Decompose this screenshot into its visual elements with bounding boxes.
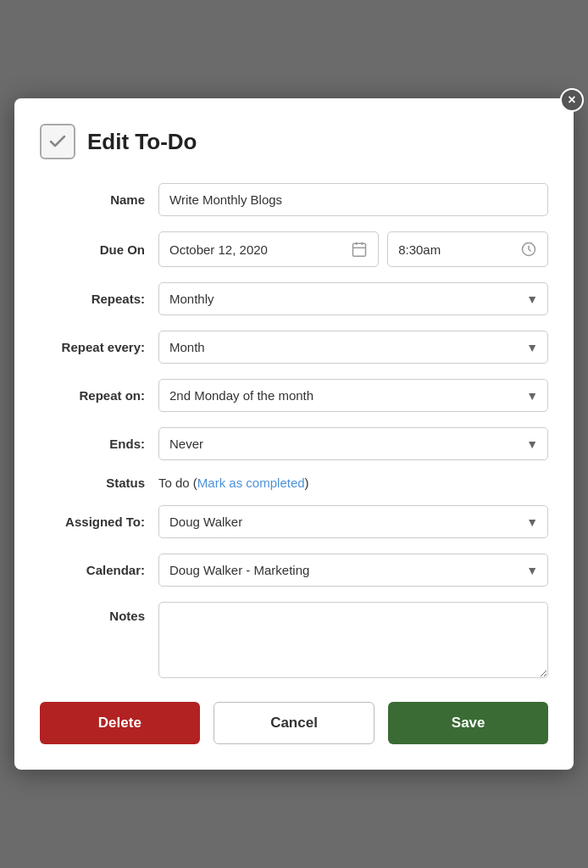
assigned-to-select[interactable]: Doug Walker xyxy=(158,505,548,538)
assigned-to-label: Assigned To: xyxy=(40,515,158,529)
clock-icon xyxy=(520,241,537,258)
save-button[interactable]: Save xyxy=(388,702,548,744)
calendar-icon xyxy=(351,241,368,258)
modal-title: Edit To-Do xyxy=(87,129,197,155)
todo-checkbox-icon xyxy=(40,124,75,159)
cancel-button[interactable]: Cancel xyxy=(214,702,375,744)
repeats-select[interactable]: Monthly Never Daily Weekly Yearly xyxy=(158,282,548,315)
ends-select-wrapper: Never After On date ▼ xyxy=(158,427,548,460)
svg-rect-0 xyxy=(353,243,366,256)
ends-row: Ends: Never After On date ▼ xyxy=(40,427,548,460)
edit-todo-modal: × Edit To-Do Name Due On October 12, 202… xyxy=(14,98,574,770)
status-text-before: To do ( xyxy=(158,476,197,490)
date-input[interactable]: October 12, 2020 xyxy=(158,231,379,267)
date-value: October 12, 2020 xyxy=(169,242,268,257)
assigned-to-select-wrapper: Doug Walker ▼ xyxy=(158,505,548,538)
repeat-every-label: Repeat every: xyxy=(40,340,158,354)
due-on-label: Due On xyxy=(40,242,158,257)
delete-button[interactable]: Delete xyxy=(40,702,200,744)
name-input[interactable] xyxy=(158,183,548,216)
due-on-row: Due On October 12, 2020 8:30am xyxy=(40,231,548,267)
repeat-on-row: Repeat on: 2nd Monday of the month 1st M… xyxy=(40,379,548,412)
footer-buttons: Delete Cancel Save xyxy=(40,702,548,744)
notes-textarea[interactable] xyxy=(158,602,548,678)
repeat-on-label: Repeat on: xyxy=(40,388,158,403)
modal-header: Edit To-Do xyxy=(40,124,548,159)
due-on-group: October 12, 2020 8:30am xyxy=(158,231,548,267)
calendar-row: Calendar: Doug Walker - Marketing ▼ xyxy=(40,554,548,587)
close-button[interactable]: × xyxy=(560,88,584,112)
mark-as-completed-link[interactable]: Mark as completed xyxy=(197,476,305,490)
notes-label: Notes xyxy=(40,602,158,623)
name-row: Name xyxy=(40,183,548,216)
status-value: To do (Mark as completed) xyxy=(158,476,309,490)
repeats-select-wrapper: Monthly Never Daily Weekly Yearly ▼ xyxy=(158,282,548,315)
name-label: Name xyxy=(40,192,158,207)
status-row: Status To do (Mark as completed) xyxy=(40,476,548,490)
ends-select[interactable]: Never After On date xyxy=(158,427,548,460)
time-value: 8:30am xyxy=(398,242,441,257)
repeat-every-row: Repeat every: Month Day Week Year ▼ xyxy=(40,331,548,364)
assigned-to-row: Assigned To: Doug Walker ▼ xyxy=(40,505,548,538)
repeat-on-select-wrapper: 2nd Monday of the month 1st Monday of th… xyxy=(158,379,548,412)
repeat-every-select[interactable]: Month Day Week Year xyxy=(158,331,548,364)
repeat-every-select-wrapper: Month Day Week Year ▼ xyxy=(158,331,548,364)
status-label: Status xyxy=(40,476,158,490)
status-text-after: ) xyxy=(305,476,309,490)
notes-row: Notes xyxy=(40,602,548,678)
calendar-select-wrapper: Doug Walker - Marketing ▼ xyxy=(158,554,548,587)
repeat-on-select[interactable]: 2nd Monday of the month 1st Monday of th… xyxy=(158,379,548,412)
repeats-label: Repeats: xyxy=(40,292,158,306)
calendar-label: Calendar: xyxy=(40,563,158,577)
time-input[interactable]: 8:30am xyxy=(387,231,548,267)
calendar-select[interactable]: Doug Walker - Marketing xyxy=(158,554,548,587)
ends-label: Ends: xyxy=(40,437,158,451)
repeats-row: Repeats: Monthly Never Daily Weekly Year… xyxy=(40,282,548,315)
